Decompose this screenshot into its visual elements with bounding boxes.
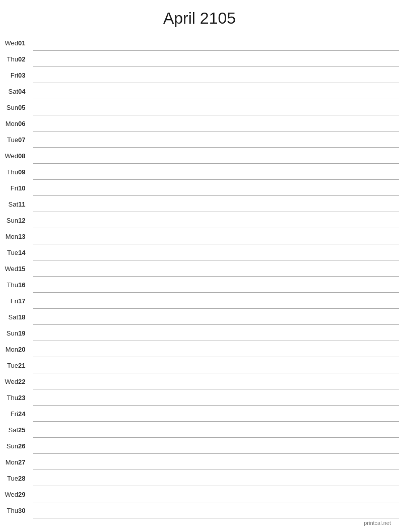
day-number: 30 — [18, 502, 33, 518]
day-number: 21 — [18, 357, 33, 373]
day-line — [33, 180, 399, 196]
day-name: Mon — [0, 115, 18, 131]
day-number: 13 — [18, 228, 33, 244]
day-name: Wed — [0, 373, 18, 389]
day-line — [33, 470, 399, 486]
calendar-row: Wed29 — [0, 486, 399, 502]
day-name: Sat — [0, 309, 18, 325]
day-line — [33, 373, 399, 389]
day-line — [33, 244, 399, 260]
day-name: Fri — [0, 406, 18, 422]
day-name: Wed — [0, 260, 18, 277]
day-line — [33, 51, 399, 67]
day-name: Wed — [0, 35, 18, 51]
day-line — [33, 83, 399, 99]
day-name: Tue — [0, 357, 18, 373]
day-name: Sat — [0, 196, 18, 212]
day-line — [33, 148, 399, 164]
day-number: 18 — [18, 309, 33, 325]
day-number: 27 — [18, 454, 33, 470]
day-name: Thu — [0, 51, 18, 67]
day-number: 16 — [18, 277, 33, 293]
day-name: Sat — [0, 422, 18, 438]
calendar-row: Sun19 — [0, 325, 399, 341]
day-number: 06 — [18, 115, 33, 131]
day-number: 12 — [18, 212, 33, 228]
page-title: April 2105 — [0, 0, 399, 33]
calendar-row: Fri03 — [0, 67, 399, 83]
day-number: 10 — [18, 180, 33, 196]
day-name: Mon — [0, 228, 18, 244]
day-number: 22 — [18, 373, 33, 389]
calendar-row: Tue21 — [0, 357, 399, 373]
day-name: Sat — [0, 83, 18, 99]
day-number: 24 — [18, 406, 33, 422]
day-number: 08 — [18, 148, 33, 164]
day-number: 14 — [18, 244, 33, 260]
day-name: Fri — [0, 67, 18, 83]
calendar-row: Fri17 — [0, 293, 399, 309]
calendar-row: Sat18 — [0, 309, 399, 325]
calendar-row: Sun05 — [0, 99, 399, 115]
day-line — [33, 35, 399, 51]
day-number: 01 — [18, 35, 33, 51]
day-number: 20 — [18, 341, 33, 357]
day-line — [33, 164, 399, 180]
day-line — [33, 422, 399, 438]
calendar-row: Wed08 — [0, 148, 399, 164]
day-name: Tue — [0, 244, 18, 260]
day-name: Wed — [0, 486, 18, 502]
day-name: Fri — [0, 293, 18, 309]
calendar-row: Mon06 — [0, 115, 399, 131]
day-line — [33, 260, 399, 277]
day-name: Mon — [0, 454, 18, 470]
calendar-row: Mon13 — [0, 228, 399, 244]
day-line — [33, 67, 399, 83]
day-line — [33, 115, 399, 131]
day-line — [33, 99, 399, 115]
day-line — [33, 406, 399, 422]
day-name: Thu — [0, 389, 18, 406]
day-line — [33, 131, 399, 148]
day-number: 03 — [18, 67, 33, 83]
day-name: Thu — [0, 164, 18, 180]
calendar-row: Sat04 — [0, 83, 399, 99]
day-line — [33, 341, 399, 357]
calendar-row: Fri24 — [0, 406, 399, 422]
day-number: 05 — [18, 99, 33, 115]
day-line — [33, 293, 399, 309]
calendar-row: Wed01 — [0, 35, 399, 51]
day-line — [33, 212, 399, 228]
calendar-row: Fri10 — [0, 180, 399, 196]
day-number: 19 — [18, 325, 33, 341]
day-line — [33, 309, 399, 325]
calendar-row: Thu23 — [0, 389, 399, 406]
calendar-row: Thu09 — [0, 164, 399, 180]
day-line — [33, 454, 399, 470]
day-number: 07 — [18, 131, 33, 148]
day-name: Tue — [0, 131, 18, 148]
day-name: Thu — [0, 277, 18, 293]
day-line — [33, 196, 399, 212]
footer-text: printcal.net — [364, 520, 391, 526]
calendar-row: Mon27 — [0, 454, 399, 470]
day-name: Sun — [0, 212, 18, 228]
day-number: 02 — [18, 51, 33, 67]
day-name: Mon — [0, 341, 18, 357]
day-number: 04 — [18, 83, 33, 99]
calendar-row: Thu02 — [0, 51, 399, 67]
day-number: 11 — [18, 196, 33, 212]
day-name: Wed — [0, 148, 18, 164]
day-number: 26 — [18, 438, 33, 454]
calendar-row: Tue14 — [0, 244, 399, 260]
day-line — [33, 228, 399, 244]
day-line — [33, 502, 399, 518]
day-number: 25 — [18, 422, 33, 438]
day-line — [33, 277, 399, 293]
calendar-row: Tue07 — [0, 131, 399, 148]
day-number: 09 — [18, 164, 33, 180]
day-line — [33, 486, 399, 502]
day-number: 29 — [18, 486, 33, 502]
day-name: Thu — [0, 502, 18, 518]
day-number: 28 — [18, 470, 33, 486]
